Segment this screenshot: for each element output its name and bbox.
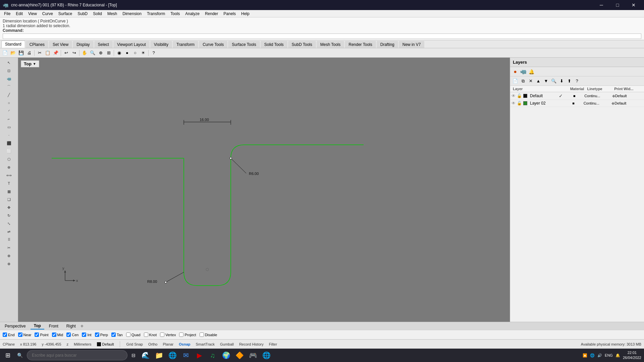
tab-new-in-v7[interactable]: New in V7: [399, 41, 425, 48]
status-planar[interactable]: Planar: [163, 342, 173, 346]
taskbar-edge[interactable]: 🌊: [140, 349, 152, 361]
layers-filter-btn[interactable]: 🔍: [550, 77, 557, 85]
vp-tab-top[interactable]: Top: [31, 323, 44, 329]
grid-button[interactable]: ⊞: [105, 49, 112, 57]
tab-render-tools[interactable]: Render Tools: [345, 41, 376, 48]
menu-item-mesh[interactable]: Mesh: [105, 11, 120, 17]
extrude-tool[interactable]: ⬛: [2, 139, 16, 147]
zoom-in-button[interactable]: 🔍: [89, 49, 96, 57]
circle-tool[interactable]: ○: [2, 99, 16, 107]
vp-tab-add[interactable]: +: [80, 323, 84, 329]
osnap-disable[interactable]: Disable: [200, 333, 217, 337]
minimize-button[interactable]: ─: [594, 0, 609, 10]
tab-solid-tools[interactable]: Solid Tools: [261, 41, 287, 48]
hatch-tool[interactable]: ▦: [2, 188, 16, 195]
command-input[interactable]: [3, 34, 641, 39]
trim-tool[interactable]: ✂: [2, 244, 16, 251]
layers-export-btn[interactable]: ⬆: [566, 77, 573, 85]
light-button[interactable]: ○: [131, 49, 139, 57]
paste-button[interactable]: 📌: [52, 49, 59, 57]
mesh-tool[interactable]: ⬡: [2, 156, 16, 163]
tab-subd-tools[interactable]: SubD Tools: [288, 41, 316, 48]
menu-item-view[interactable]: View: [25, 11, 40, 17]
maximize-button[interactable]: □: [610, 0, 625, 10]
tab-mesh-tools[interactable]: Mesh Tools: [317, 41, 344, 48]
menu-item-edit[interactable]: Edit: [13, 11, 25, 17]
help-button[interactable]: ?: [150, 49, 157, 57]
dimension-tool[interactable]: ⟺: [2, 172, 16, 179]
osnap-mid[interactable]: Mid: [52, 333, 63, 337]
cut-button[interactable]: ✂: [36, 49, 43, 57]
curve-tool[interactable]: ⌒: [2, 83, 16, 90]
status-record-history[interactable]: Record History: [239, 342, 264, 346]
rect-tool[interactable]: ▭: [2, 123, 16, 131]
text-tool[interactable]: T: [2, 180, 16, 187]
tab-display[interactable]: Display: [73, 41, 93, 48]
layers-del-btn[interactable]: ✕: [527, 77, 534, 85]
block-tool[interactable]: ❑: [2, 196, 16, 203]
taskbar-steam[interactable]: 🎮: [247, 349, 259, 361]
taskbar-language[interactable]: ENG: [605, 353, 613, 357]
menu-item-tools[interactable]: Tools: [168, 11, 182, 17]
status-osnap[interactable]: Osnap: [179, 342, 190, 346]
menu-item-curve[interactable]: Curve: [40, 11, 56, 17]
layer-row-default[interactable]: 👁 🔓 Default ✓ ■ Continu... ◆ Default: [510, 92, 644, 100]
print-button[interactable]: 🖨: [25, 49, 33, 57]
polyline-tool[interactable]: ⌐: [2, 115, 16, 123]
layers-up-btn[interactable]: ▲: [535, 77, 542, 85]
osnap-vertex[interactable]: Vertex: [160, 333, 176, 337]
osnap-knot[interactable]: Knot: [144, 333, 157, 337]
taskbar-search-input[interactable]: [27, 350, 127, 360]
layer-row-02[interactable]: 👁 🔓 Layer 02 ■ Continu... ◆ Default: [510, 100, 644, 107]
taskbar-mail[interactable]: ✉: [180, 349, 192, 361]
menu-item-dimension[interactable]: Dimension: [120, 11, 144, 17]
layers-render-btn[interactable]: 🦏: [520, 68, 527, 75]
vp-tab-perspective[interactable]: Perspective: [1, 323, 29, 329]
save-button[interactable]: 💾: [17, 49, 25, 57]
taskbar-datetime[interactable]: 22:01 26/04/2022: [623, 350, 641, 361]
osnap-tan[interactable]: Tan: [111, 333, 123, 337]
menu-item-render[interactable]: Render: [202, 11, 221, 17]
close-button[interactable]: ✕: [626, 0, 641, 10]
status-layer[interactable]: Default: [102, 342, 114, 346]
taskbar-app7[interactable]: 🔶: [233, 349, 246, 361]
taskbar-app9[interactable]: 🌐: [260, 349, 272, 361]
tab-set-view[interactable]: Set View: [49, 41, 72, 48]
tab-drafting[interactable]: Drafting: [377, 41, 398, 48]
sun-button[interactable]: ☀: [140, 49, 147, 57]
pan-button[interactable]: ✋: [81, 49, 88, 57]
line-tool[interactable]: ╱: [2, 91, 16, 99]
taskbar-netflix[interactable]: ▶: [193, 349, 205, 361]
vp-tab-front[interactable]: Front: [46, 323, 62, 329]
layers-bell-btn[interactable]: 🔔: [528, 68, 535, 75]
mirror-tool[interactable]: ⇌: [2, 228, 16, 235]
layers-help-btn[interactable]: ?: [573, 77, 581, 85]
point-tool[interactable]: ·: [2, 131, 16, 139]
osnap-end[interactable]: End: [3, 333, 15, 337]
menu-item-transform[interactable]: Transform: [144, 11, 168, 17]
scale-tool[interactable]: ⤡: [2, 220, 16, 227]
menu-item-file[interactable]: File: [1, 11, 13, 17]
menu-item-subd[interactable]: SubD: [75, 11, 90, 17]
tab-cplanes[interactable]: CPlanes: [26, 41, 48, 48]
osnap-project[interactable]: Project: [179, 333, 196, 337]
osnap-int[interactable]: Int: [82, 333, 91, 337]
join-tool[interactable]: ⊕: [2, 252, 16, 259]
snap-tool[interactable]: ⊕: [2, 164, 16, 171]
tab-surface-tools[interactable]: Surface Tools: [228, 41, 260, 48]
redo-button[interactable]: ↪: [70, 49, 78, 57]
array-tool[interactable]: ⠿: [2, 236, 16, 243]
menu-item-analyze[interactable]: Analyze: [182, 11, 202, 17]
select-tool[interactable]: ↖: [2, 59, 16, 66]
tab-transform[interactable]: Transform: [173, 41, 198, 48]
tab-curve-tools[interactable]: Curve Tools: [199, 41, 227, 48]
taskbar-explorer[interactable]: 📁: [153, 349, 165, 361]
select-window-tool[interactable]: ⊡: [2, 67, 16, 74]
osnap-quad[interactable]: Quad: [126, 333, 141, 337]
osnap-point[interactable]: Point: [35, 333, 48, 337]
material-button[interactable]: ●: [123, 49, 131, 57]
explode-tool[interactable]: ⊗: [2, 260, 16, 267]
status-gridsnap[interactable]: Grid Snap: [126, 342, 143, 346]
osnap-perp[interactable]: Perp: [95, 333, 108, 337]
undo-button[interactable]: ↩: [62, 49, 70, 57]
